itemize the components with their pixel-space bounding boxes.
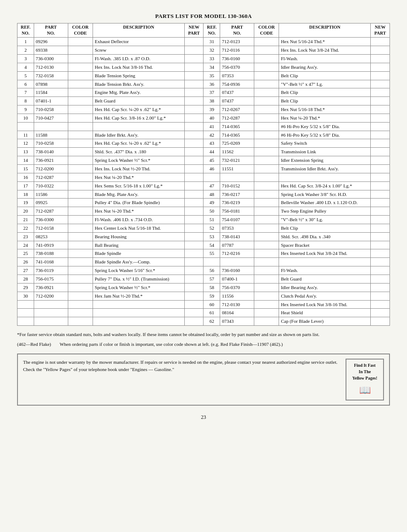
cell-desc: Blade Spindle Ass'y.—Comp. <box>93 258 184 266</box>
cell-new2 <box>371 88 390 97</box>
cell-color <box>68 190 93 199</box>
table-row: 29 736-0921 Spring Lock Washer ½" Scr.* … <box>17 283 390 292</box>
cell-color2 <box>254 38 279 46</box>
cell-ref2: 58 <box>204 283 220 292</box>
cell-ref2: 50 <box>204 207 220 216</box>
cell-ref: 22 <box>17 224 34 232</box>
cell-color <box>68 232 93 241</box>
cell-desc2: Hex Hd. Cap Scr. 3/8-24 x 1.00" Lg.* <box>279 181 371 190</box>
cell-part2: 736-0219 <box>220 199 254 207</box>
cell-new2 <box>371 249 390 258</box>
cell-part2: 736-0160 <box>220 266 254 275</box>
find-fast-box: Find It Fast In The Yellow Pages! 📖 <box>346 359 384 400</box>
cell-part2: 11556 <box>220 292 254 300</box>
cell-ref2: 41 <box>204 122 220 131</box>
cell-ref: 20 <box>17 207 34 216</box>
cell-part <box>34 317 68 326</box>
cell-color <box>68 292 93 300</box>
cell-desc2: Spacer Bracket <box>279 241 371 249</box>
cell-new <box>184 275 204 283</box>
cell-new2 <box>371 292 390 300</box>
footer-note1: *For faster service obtain standard nuts… <box>17 331 390 338</box>
cell-desc2: Fl-Wash. <box>279 266 371 275</box>
cell-part2: 714-0365 <box>220 122 254 131</box>
cell-desc: Shld. Scr. .437" Dia. x .180 <box>93 148 184 156</box>
cell-part2 <box>220 173 254 181</box>
cell-color <box>68 46 93 55</box>
header-part-no: PARTNO. <box>34 23 68 38</box>
cell-ref2: 59 <box>204 292 220 300</box>
cell-new <box>184 283 204 292</box>
cell-ref: 14 <box>17 156 34 165</box>
cell-desc: Spring Lock Washer 5/16" Scr.* <box>93 266 184 275</box>
cell-desc <box>93 300 184 309</box>
cell-ref: 19 <box>17 199 34 207</box>
cell-color2 <box>254 97 279 105</box>
cell-color <box>68 181 93 190</box>
cell-color2 <box>254 207 279 216</box>
cell-part2: 712-0287 <box>220 114 254 122</box>
cell-desc <box>93 122 184 131</box>
cell-ref: 25 <box>17 249 34 258</box>
cell-new <box>184 317 204 326</box>
page-number: 23 <box>17 414 390 421</box>
cell-ref: 16 <box>17 173 34 181</box>
header-new-part2: NEWPART <box>371 23 390 38</box>
cell-ref: 2 <box>17 46 34 55</box>
cell-ref: 1 <box>17 38 34 46</box>
cell-color2 <box>254 249 279 258</box>
cell-color2 <box>254 241 279 249</box>
cell-part2: 07400-1 <box>220 275 254 283</box>
table-row: 25 738-0188 Blade Spindle 55 712-0216 He… <box>17 249 390 258</box>
cell-color <box>68 55 93 63</box>
cell-color2 <box>254 105 279 114</box>
cell-desc: Hex Center Lock Nut 5/16-18 Thd. <box>93 224 184 232</box>
cell-new <box>184 38 204 46</box>
cell-color <box>68 71 93 80</box>
warranty-box: The engine is not under warranty by the … <box>17 354 390 406</box>
page-title: PARTS LIST FOR MODEL 130-360A <box>17 13 390 20</box>
table-row: 24 741-0919 Ball Bearing 54 07787 Spacer… <box>17 241 390 249</box>
table-row: 26 741-0168 Blade Spindle Ass'y.—Comp. <box>17 258 390 266</box>
cell-ref2: 48 <box>204 190 220 199</box>
cell-part2: 738-0143 <box>220 232 254 241</box>
cell-new <box>184 63 204 71</box>
table-row: 12 710-0258 Hex Hd. Cap Scr. ¼-20 x .62"… <box>17 139 390 148</box>
cell-ref2: 38 <box>204 97 220 105</box>
cell-new2 <box>371 224 390 232</box>
cell-ref: 7 <box>17 88 34 97</box>
cell-color2 <box>254 181 279 190</box>
header-description: DESCRIPTION <box>93 23 184 38</box>
cell-ref: 11 <box>17 131 34 139</box>
cell-new <box>184 46 204 55</box>
cell-part2: 07343 <box>220 317 254 326</box>
cell-desc <box>93 309 184 317</box>
cell-new <box>184 71 204 80</box>
cell-desc: Engine Mtg. Plate Ass'y. <box>93 88 184 97</box>
cell-part: 736-0921 <box>34 283 68 292</box>
cell-color2 <box>254 55 279 63</box>
table-row: 15 712-0200 Hex Ins. Lock Nut ½-20 Thd. … <box>17 165 390 173</box>
cell-color2 <box>254 71 279 80</box>
cell-desc2 <box>279 258 371 266</box>
cell-new2 <box>371 71 390 80</box>
cell-part: 712-0158 <box>34 224 68 232</box>
cell-new2 <box>371 275 390 283</box>
cell-desc: Blade Mtg. Plate Ass'y. <box>93 190 184 199</box>
cell-color2 <box>254 224 279 232</box>
cell-part2: 712-0123 <box>220 38 254 46</box>
cell-desc2: Clutch Pedal Ass'y. <box>279 292 371 300</box>
cell-desc: Exhaust Deflector <box>93 38 184 46</box>
cell-new <box>184 207 204 216</box>
header-description2: DESCRIPTION <box>279 23 371 38</box>
cell-color2 <box>254 131 279 139</box>
cell-part2: 07437 <box>220 88 254 97</box>
cell-desc2: "V"-Belt ½" x 30" Lg. <box>279 216 371 224</box>
cell-desc: Pulley 7" Dia. x ½" I.D. (Transmission) <box>93 275 184 283</box>
cell-new <box>184 232 204 241</box>
cell-color <box>68 258 93 266</box>
cell-part2: 725-0269 <box>220 139 254 148</box>
cell-ref <box>17 309 34 317</box>
cell-ref2 <box>204 258 220 266</box>
cell-new <box>184 309 204 317</box>
